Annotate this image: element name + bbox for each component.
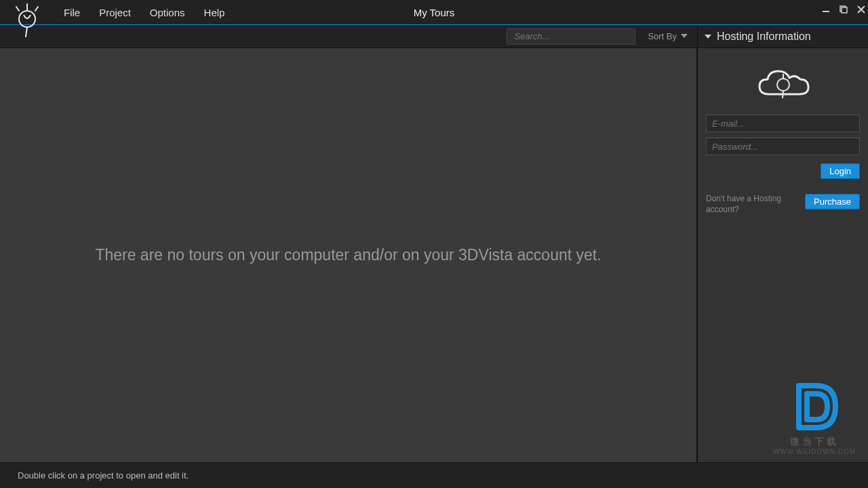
minimize-icon[interactable] bbox=[822, 5, 830, 14]
app-logo bbox=[0, 0, 54, 41]
watermark: 微当下载 WWW.WEIDOWN.COM bbox=[773, 376, 856, 455]
menu-options[interactable]: Options bbox=[140, 1, 195, 24]
search-input[interactable] bbox=[507, 28, 635, 45]
hosting-sidebar: Hosting Information Login Don bbox=[697, 25, 868, 462]
email-field[interactable] bbox=[706, 115, 860, 132]
tours-area: There are no tours on your computer and/… bbox=[0, 48, 697, 462]
sort-by-label: Sort By bbox=[648, 31, 677, 41]
window-controls bbox=[822, 0, 865, 19]
empty-state-text: There are no tours on your computer and/… bbox=[95, 246, 601, 264]
status-bar: Double click on a project to open and ed… bbox=[0, 462, 868, 488]
login-button[interactable]: Login bbox=[821, 163, 860, 179]
toolbar: Sort By bbox=[0, 25, 697, 48]
watermark-d-icon bbox=[784, 376, 845, 437]
cloud-logo bbox=[706, 64, 860, 102]
main-menu: File Project Options Help bbox=[54, 1, 234, 24]
no-account-text: Don't have a Hosting account? bbox=[706, 194, 787, 215]
close-icon[interactable] bbox=[857, 5, 865, 14]
title-bar: File Project Options Help My Tours bbox=[0, 0, 868, 24]
watermark-text-2: WWW.WEIDOWN.COM bbox=[773, 448, 856, 455]
hosting-panel-header[interactable]: Hosting Information bbox=[698, 25, 868, 48]
chevron-down-icon bbox=[681, 31, 688, 41]
svg-line-10 bbox=[783, 91, 783, 98]
hosting-panel-title: Hosting Information bbox=[717, 30, 811, 43]
svg-marker-6 bbox=[681, 34, 688, 38]
watermark-text-1: 微当下载 bbox=[773, 436, 856, 448]
maximize-icon[interactable] bbox=[840, 5, 848, 14]
svg-rect-3 bbox=[842, 7, 847, 13]
menu-help[interactable]: Help bbox=[195, 1, 235, 24]
svg-point-8 bbox=[777, 79, 789, 91]
purchase-button[interactable]: Purchase bbox=[805, 194, 860, 209]
chevron-down-icon bbox=[705, 30, 711, 43]
window-title: My Tours bbox=[414, 7, 455, 18]
menu-project[interactable]: Project bbox=[90, 1, 140, 24]
status-hint: Double click on a project to open and ed… bbox=[18, 470, 189, 481]
password-field[interactable] bbox=[706, 138, 860, 155]
sort-by-dropdown[interactable]: Sort By bbox=[648, 31, 688, 41]
menu-file[interactable]: File bbox=[54, 1, 90, 24]
svg-marker-7 bbox=[705, 35, 711, 39]
